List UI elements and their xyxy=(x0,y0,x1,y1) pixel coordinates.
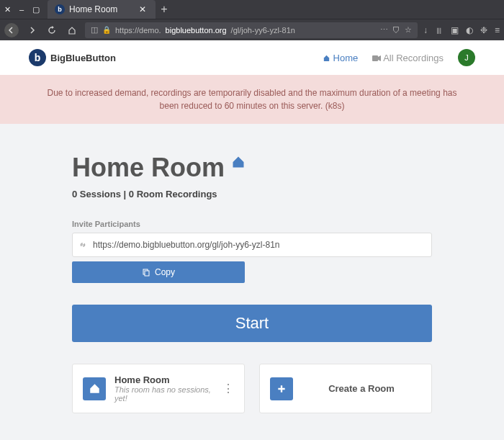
window-maximize-button[interactable]: ▢ xyxy=(29,5,43,14)
forward-button[interactable] xyxy=(24,23,39,37)
nav-recordings-link[interactable]: All Recordings xyxy=(372,53,444,63)
copy-button[interactable]: Copy xyxy=(72,261,245,283)
tab-title: Home Room xyxy=(69,4,117,14)
reload-button[interactable] xyxy=(45,23,59,37)
brand-name: BigBlueButton xyxy=(50,53,116,63)
menu-button[interactable]: ≡ xyxy=(495,25,500,35)
url-prefix: https://demo. xyxy=(115,26,161,35)
room-cards: Home Room This room has no sessions, yet… xyxy=(72,364,432,413)
reload-icon xyxy=(48,26,56,35)
extension-icon[interactable]: ◐ xyxy=(466,25,473,35)
extension-icon-2[interactable]: ❉ xyxy=(480,25,487,35)
nav-recordings-label: All Recordings xyxy=(383,53,444,63)
app-navbar: b BigBlueButton Home All Recordings J xyxy=(0,40,504,75)
home-icon xyxy=(323,54,330,62)
room-card-subtitle: This room has no sessions, yet! xyxy=(114,385,214,403)
bookmark-star-icon[interactable]: ☆ xyxy=(405,25,412,35)
copy-label: Copy xyxy=(155,267,175,277)
invite-label: Invite Participants xyxy=(72,220,432,228)
room-title-row: Home Room xyxy=(72,153,432,183)
create-room-card[interactable]: Create a Room xyxy=(259,364,432,413)
home-button[interactable] xyxy=(65,23,79,37)
nav-home-link[interactable]: Home xyxy=(323,53,358,63)
sidebar-icon[interactable]: ▣ xyxy=(451,25,459,35)
arrow-right-icon xyxy=(27,26,36,35)
room-card-title: Home Room xyxy=(114,374,214,385)
reader-mode-icon[interactable]: ⛉ xyxy=(392,26,400,35)
svg-rect-0 xyxy=(372,55,378,61)
user-avatar[interactable]: J xyxy=(458,49,475,66)
create-room-label: Create a Room xyxy=(302,383,421,394)
camera-icon xyxy=(372,55,381,62)
alert-banner: Due to increased demand, recordings are … xyxy=(0,75,504,124)
create-room-icon xyxy=(270,377,293,400)
plus-icon xyxy=(276,384,287,394)
home-icon xyxy=(89,383,100,394)
lock-icon: 🔒 xyxy=(102,26,111,34)
page-content: b BigBlueButton Home All Recordings J Du… xyxy=(0,40,504,440)
page-actions-icon[interactable]: ⋯ xyxy=(380,25,388,35)
browser-tab[interactable]: b Home Room ✕ xyxy=(48,0,156,19)
browser-chrome: ✕ – ▢ b Home Room ✕ + ◫ 🔒 https://demo.b… xyxy=(0,0,504,40)
browser-toolbar: ◫ 🔒 https://demo.bigbluebutton.org/gl/jo… xyxy=(0,19,504,40)
tab-close-button[interactable]: ✕ xyxy=(137,4,148,14)
alert-text: Due to increased demand, recordings are … xyxy=(48,88,457,111)
invite-url-input[interactable] xyxy=(93,240,426,250)
brand-logo[interactable]: b BigBlueButton xyxy=(29,49,116,66)
main-area: Home Room 0 Sessions | 0 Room Recordings… xyxy=(0,124,504,440)
room-card-home[interactable]: Home Room This room has no sessions, yet… xyxy=(72,364,245,413)
room-stats: 0 Sessions | 0 Room Recordings xyxy=(72,189,432,199)
url-domain: bigbluebutton.org xyxy=(166,26,227,35)
address-bar[interactable]: ◫ 🔒 https://demo.bigbluebutton.org/gl/jo… xyxy=(85,22,418,38)
window-minimize-button[interactable]: – xyxy=(14,5,29,14)
nav-links: Home All Recordings J xyxy=(323,49,475,66)
home-icon xyxy=(232,156,245,169)
invite-url-field[interactable] xyxy=(72,233,432,257)
downloads-icon[interactable]: ↓ xyxy=(423,25,428,35)
link-icon xyxy=(78,241,87,249)
logo-icon: b xyxy=(29,49,46,66)
browser-tab-bar: ✕ – ▢ b Home Room ✕ + xyxy=(0,0,504,19)
shield-icon: ◫ xyxy=(91,25,98,35)
url-suffix: /gl/joh-yy6-yzl-81n xyxy=(231,26,295,35)
home-icon xyxy=(68,26,76,35)
svg-rect-2 xyxy=(145,271,149,276)
room-home-icon[interactable] xyxy=(232,156,245,169)
back-button[interactable] xyxy=(4,23,19,37)
arrow-left-icon xyxy=(7,26,16,35)
room-card-menu-button[interactable]: ⋮ xyxy=(222,382,234,395)
toolbar-right-icons: ↓ ⫼ ▣ ◐ ❉ ≡ xyxy=(423,25,500,35)
new-tab-button[interactable]: + xyxy=(156,3,173,16)
tab-favicon: b xyxy=(55,4,65,14)
library-icon[interactable]: ⫼ xyxy=(435,25,444,35)
start-button[interactable]: Start xyxy=(72,305,432,342)
room-title: Home Room xyxy=(72,153,225,183)
nav-home-label: Home xyxy=(333,53,359,63)
room-card-icon xyxy=(83,377,106,400)
window-close-button[interactable]: ✕ xyxy=(0,5,14,14)
copy-icon xyxy=(142,268,150,277)
